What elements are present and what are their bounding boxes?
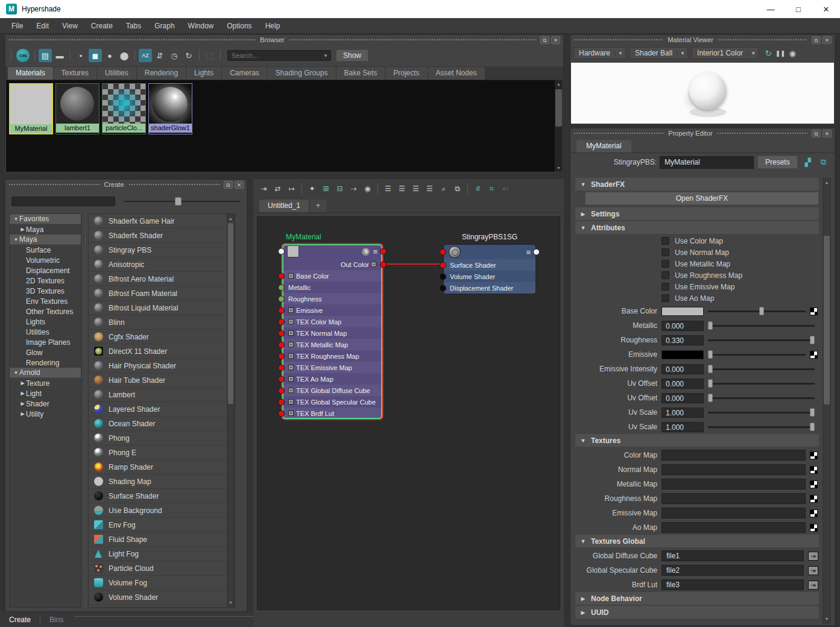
tree-collapsed-icon[interactable]: ▶ xyxy=(19,227,26,232)
create-item-lambert[interactable]: Lambert xyxy=(89,388,235,402)
material-swatch-lambert1[interactable]: lambert1 xyxy=(55,83,99,134)
create-item-shaderfx-game-hair[interactable]: Shaderfx Game Hair xyxy=(89,214,235,228)
open-shaderfx-button[interactable]: Open ShaderFX xyxy=(585,192,819,205)
node-row-out-color[interactable]: Out Color + xyxy=(282,259,382,270)
close-button[interactable]: ✕ xyxy=(812,0,840,18)
tree-item-shader[interactable]: ▶Shader xyxy=(10,399,81,409)
red-port[interactable] xyxy=(278,353,285,359)
create-list-scrollbar[interactable]: ▲ ▼ xyxy=(227,214,235,607)
red-port[interactable] xyxy=(278,307,285,314)
create-item-ocean-shader[interactable]: Ocean Shader xyxy=(89,417,235,431)
frame-selection-icon[interactable]: ⧉ xyxy=(451,183,464,195)
create-item-blinn[interactable]: Blinn xyxy=(89,315,235,330)
create-item-hair-tube-shader[interactable]: Hair Tube Shader xyxy=(89,373,235,388)
node-row-base-color[interactable]: +Base Color xyxy=(282,270,382,282)
slider-handle[interactable] xyxy=(759,307,764,315)
create-item-anisotropic[interactable]: Anisotropic xyxy=(89,257,235,272)
create-item-ramp-shader[interactable]: Ramp Shader xyxy=(89,460,235,474)
create-item-env-fog[interactable]: Env Fog xyxy=(89,518,235,532)
slider-handle[interactable] xyxy=(175,197,182,206)
expand-port-icon[interactable]: + xyxy=(288,365,294,370)
section-shaderfx[interactable]: ▼ShaderFX xyxy=(575,178,819,191)
global-texture-field[interactable]: file1 xyxy=(662,550,804,561)
tree-item-volumetric[interactable]: Volumetric xyxy=(10,255,81,265)
red-port[interactable] xyxy=(278,364,285,371)
create-item-bifrost-liquid-material[interactable]: Bifrost Liquid Material xyxy=(89,301,235,315)
add-graph-tab-button[interactable]: + xyxy=(310,200,326,212)
section-settings[interactable]: ▶Settings xyxy=(575,207,819,220)
create-item-phong-e[interactable]: Phong E xyxy=(89,446,235,460)
property-tab-mymaterial[interactable]: MyMaterial xyxy=(576,140,631,153)
close-panel-icon[interactable]: ✕ xyxy=(823,36,832,44)
node-row-tex-brdf-lut[interactable]: +TEX Brdf Lut xyxy=(282,408,382,419)
create-item-layered-shader[interactable]: Layered Shader xyxy=(89,402,235,417)
expand-port-icon[interactable]: + xyxy=(371,262,376,267)
tree-item-utility[interactable]: ▶Utility xyxy=(10,409,81,419)
pause-viewer-icon[interactable]: ❚❚ xyxy=(774,47,786,59)
pin-node-icon[interactable]: ◉ xyxy=(361,183,374,195)
sort-by-time-icon[interactable]: ◷ xyxy=(168,49,181,62)
red-port[interactable] xyxy=(278,341,285,348)
expand-port-icon[interactable]: + xyxy=(288,330,294,336)
tree-item-texture[interactable]: ▶Texture xyxy=(10,378,81,388)
maximize-button[interactable]: □ xyxy=(785,0,812,18)
scroll-down-icon[interactable]: ▼ xyxy=(227,599,234,607)
expand-port-icon[interactable]: + xyxy=(288,273,294,279)
create-item-cgfx-shader[interactable]: Cgfx Shader xyxy=(89,330,235,344)
scroll-up-icon[interactable]: ▲ xyxy=(227,215,234,222)
node-input-port[interactable] xyxy=(440,249,446,256)
node-row-tex-global-specular-cube[interactable]: +TEX Global Specular Cube xyxy=(282,396,382,408)
node-row-tex-emissive-map[interactable]: +TEX Emissive Map xyxy=(282,362,382,373)
node-row-tex-ao-map[interactable]: +TEX Ao Map xyxy=(282,373,382,385)
chevron-right-icon[interactable]: ▶ xyxy=(575,211,591,217)
panel-drag-dots[interactable] xyxy=(8,183,99,186)
node-name-input[interactable] xyxy=(660,156,754,169)
node-row-surface-shader[interactable]: Surface Shader xyxy=(444,259,535,271)
layout-custom-icon[interactable]: ☰ xyxy=(423,183,436,195)
texture-map-icon[interactable] xyxy=(810,351,818,359)
create-item-light-fog[interactable]: Light Fog xyxy=(89,547,235,561)
float-panel-icon[interactable]: ⧉ xyxy=(540,36,549,44)
menu-item-window[interactable]: Window xyxy=(182,19,221,33)
material-swatch-mymaterial[interactable]: MyMaterial xyxy=(9,83,53,134)
close-panel-icon[interactable]: ✕ xyxy=(823,130,832,137)
node-display-mode-icon[interactable]: ≡ xyxy=(373,248,377,256)
scroll-up-icon[interactable]: ▲ xyxy=(823,178,830,186)
slider-handle[interactable] xyxy=(810,423,815,431)
connection-editor-icon[interactable]: ⇥ xyxy=(808,581,818,590)
tab-materials[interactable]: Materials xyxy=(8,67,53,80)
material-swatch-particleclo[interactable]: particleClo... xyxy=(102,83,146,134)
create-item-surface-shader[interactable]: Surface Shader xyxy=(89,489,235,503)
show-button[interactable]: Show xyxy=(336,49,368,61)
swatch-size-large-icon[interactable]: ● xyxy=(103,49,116,62)
red-port[interactable] xyxy=(278,273,285,279)
create-item-particle-cloud[interactable]: Particle Cloud xyxy=(89,561,235,576)
tab-asset-nodes[interactable]: Asset Nodes xyxy=(428,67,485,80)
global-texture-field[interactable]: file3 xyxy=(662,579,804,590)
output-connections-icon[interactable]: ↦ xyxy=(285,183,298,195)
lookdev-view-icon[interactable]: ▞ xyxy=(803,157,813,168)
float-panel-icon[interactable]: ⧉ xyxy=(224,181,233,189)
create-item-bifrost-aero-material[interactable]: Bifrost Aero Material xyxy=(89,272,235,286)
chevron-down-icon[interactable]: ▼ xyxy=(575,225,591,231)
tree-item-surface[interactable]: Surface xyxy=(10,245,81,255)
slider-handle[interactable] xyxy=(708,350,713,359)
red-port[interactable] xyxy=(440,262,446,268)
texture-path-field[interactable] xyxy=(662,479,806,490)
panel-drag-dots[interactable] xyxy=(573,132,664,134)
create-search-input[interactable] xyxy=(12,197,115,206)
panel-drag-dots[interactable] xyxy=(8,39,256,41)
tree-item-3d-textures[interactable]: 3D Textures xyxy=(10,286,81,296)
node-row-displacement-shader[interactable]: Displacement Shader xyxy=(444,282,535,294)
create-item-hair-physical-shader[interactable]: Hair Physical Shader xyxy=(89,359,235,373)
panel-drag-dots[interactable] xyxy=(717,132,807,134)
menu-item-view[interactable]: View xyxy=(55,19,84,33)
attr-slider[interactable] xyxy=(708,394,815,402)
node-row-tex-metallic-map[interactable]: +TEX Metallic Map xyxy=(282,339,382,350)
swatch-size-small-icon[interactable]: ▪ xyxy=(74,49,87,62)
sort-by-name-icon[interactable]: AZ xyxy=(139,49,152,62)
node-row-tex-global-diffuse-cube[interactable]: +TEX Global Diffuse Cube xyxy=(282,385,382,396)
menu-item-options[interactable]: Options xyxy=(220,19,258,33)
attr-slider[interactable] xyxy=(708,336,815,344)
input-connections-icon[interactable]: ⇥ xyxy=(257,183,270,195)
